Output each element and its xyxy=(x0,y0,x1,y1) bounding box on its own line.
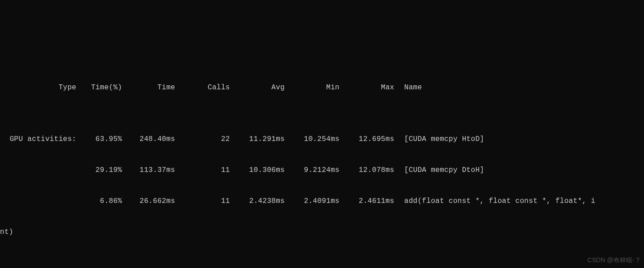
wrap-tail: nt) xyxy=(0,227,13,237)
cell-name: [CUDA memcpy HtoD] xyxy=(395,134,644,145)
cell-name: add(float const *, float const *, float*… xyxy=(395,196,644,206)
cell-pct: 6.86% xyxy=(77,196,123,206)
col-max: Max xyxy=(340,83,395,93)
cell-calls: 11 xyxy=(176,165,231,176)
table-row: 29.19% 113.37ms 11 10.306ms 9.2124ms 12.… xyxy=(0,165,644,176)
cell-avg: 11.291ms xyxy=(231,134,286,145)
cell-max: 12.078ms xyxy=(340,165,395,176)
cell-time: 26.662ms xyxy=(123,196,176,206)
col-type: Type xyxy=(0,83,77,93)
cell-min: 2.4091ms xyxy=(286,196,340,206)
cell-time: 248.40ms xyxy=(123,134,176,145)
cell-min: 9.2124ms xyxy=(286,165,340,176)
cell-calls: 11 xyxy=(176,196,231,206)
col-name: Name xyxy=(395,83,644,93)
table-row: GPU activities: 63.95% 248.40ms 22 11.29… xyxy=(0,134,644,145)
wrapped-line: nt) xyxy=(0,227,644,237)
cell-min: 10.254ms xyxy=(286,134,340,145)
cell-max: 12.695ms xyxy=(340,134,395,145)
cell-pct: 63.95% xyxy=(77,134,123,145)
section-label: GPU activities: xyxy=(0,134,77,145)
col-time: Time xyxy=(123,83,176,93)
col-avg: Avg xyxy=(231,83,286,93)
cell-avg: 10.306ms xyxy=(231,165,286,176)
cell-calls: 22 xyxy=(176,134,231,145)
nvprof-output: Type Time(%) Time Calls Avg Min Max Name… xyxy=(0,52,644,268)
table-row: 6.86% 26.662ms 11 2.4238ms 2.4091ms 2.46… xyxy=(0,196,644,206)
cell-avg: 2.4238ms xyxy=(231,196,286,206)
header-row: Type Time(%) Time Calls Avg Min Max Name xyxy=(0,83,644,93)
cell-name: [CUDA memcpy DtoH] xyxy=(395,165,644,176)
col-pct: Time(%) xyxy=(77,83,123,93)
cell-pct: 29.19% xyxy=(77,165,123,176)
cell-max: 2.4611ms xyxy=(340,196,395,206)
cell-time: 113.37ms xyxy=(123,165,176,176)
col-calls: Calls xyxy=(176,83,231,93)
col-min: Min xyxy=(286,83,340,93)
